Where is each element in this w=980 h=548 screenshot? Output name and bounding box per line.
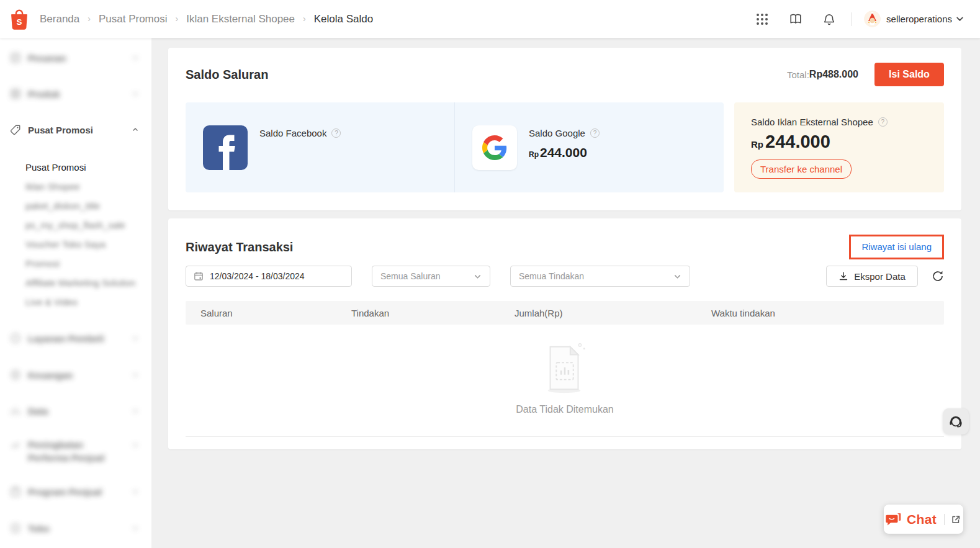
apps-grid-icon[interactable] <box>755 12 769 26</box>
refresh-icon[interactable] <box>932 270 944 282</box>
sidebar-item-layanan-pembeli[interactable]: Layanan Pembeli <box>0 330 151 346</box>
help-icon[interactable]: ? <box>331 128 341 138</box>
shopee-balance-currency: Rp <box>751 139 763 150</box>
chevron-down-icon <box>132 441 139 449</box>
seller-program-icon <box>10 486 21 497</box>
user-avatar[interactable] <box>864 11 881 27</box>
chevron-down-icon <box>132 90 139 97</box>
sidebar-item-produk[interactable]: Produk <box>0 86 151 102</box>
ekspor-data-button[interactable]: Ekspor Data <box>826 266 918 287</box>
shopee-logo-icon[interactable]: S <box>10 9 29 30</box>
help-icon[interactable]: ? <box>878 117 888 127</box>
sidebar-subitem-pusat-promosi[interactable]: Pusat Promosi <box>0 158 151 177</box>
svg-text:S: S <box>16 17 22 27</box>
saluran-filter-value: Semua Saluran <box>380 271 441 281</box>
sidebar-subitem-paket-diskon[interactable]: paket_diskon_title <box>0 196 151 215</box>
card-title-saldo-saluran: Saldo Saluran <box>186 68 268 82</box>
sidebar-item-toko[interactable]: Toko <box>0 520 151 536</box>
col-jumlah: Jumlah(Rp) <box>515 308 711 318</box>
expand-chat-icon[interactable] <box>950 514 961 525</box>
chevron-down-icon <box>673 272 681 281</box>
chevron-down-icon <box>132 407 139 415</box>
saldo-saluran-card: Saldo Saluran Total: Rp488.000 Isi Saldo… <box>168 48 961 210</box>
guide-book-icon[interactable] <box>789 12 802 26</box>
total-value: Rp488.000 <box>809 69 858 80</box>
breadcrumb: Beranda › Pusat Promosi › Iklan Eksterna… <box>40 13 373 25</box>
google-balance-amount: 244.000 <box>540 145 587 160</box>
col-waktu: Waktu tindakan <box>711 308 944 318</box>
total-label: Total: <box>787 70 809 80</box>
product-icon <box>10 88 21 99</box>
sidebar-item-program-penjual[interactable]: Program Penjual <box>0 483 151 500</box>
calendar-icon <box>194 271 204 281</box>
chevron-down-icon[interactable] <box>956 15 964 23</box>
breadcrumb-separator-icon: › <box>88 14 91 24</box>
breadcrumb-kelola-saldo: Kelola Saldo <box>314 13 373 25</box>
chat-label: Chat <box>907 512 937 527</box>
date-range-value: 12/03/2024 - 18/03/2024 <box>210 271 305 281</box>
transfer-ke-channel-button[interactable]: Transfer ke channel <box>751 159 852 179</box>
date-range-picker[interactable]: 12/03/2024 - 18/03/2024 <box>186 266 352 287</box>
breadcrumb-separator-icon: › <box>303 14 306 24</box>
header-actions: selleroperations <box>735 11 964 27</box>
help-icon[interactable]: ? <box>590 128 600 138</box>
chevron-down-icon <box>132 335 139 342</box>
headset-icon <box>948 413 964 429</box>
facebook-logo-icon <box>203 125 248 170</box>
main-content: Saldo Saluran Total: Rp488.000 Isi Saldo… <box>152 38 980 548</box>
performance-icon <box>10 439 21 451</box>
riwayat-isi-ulang-link[interactable]: Riwayat isi ulang <box>861 241 932 252</box>
annotation-highlight-box: Riwayat isi ulang <box>849 235 944 259</box>
card-title-riwayat-transaksi: Riwayat Transaksi <box>186 240 293 254</box>
tindakan-filter-value: Semua Tindakan <box>519 271 584 281</box>
col-tindakan: Tindakan <box>351 308 515 318</box>
data-icon <box>10 405 21 416</box>
sidebar-subitem-affiliate[interactable]: Affiliate Marketing Solution <box>0 273 151 292</box>
shopee-balance-label: Saldo Iklan Eksternal Shopee <box>751 117 873 127</box>
saluran-filter-select[interactable]: Semua Saluran <box>372 266 490 287</box>
sidebar-item-pesanan[interactable]: Pesanan <box>0 50 151 66</box>
sidebar-subitem-flash-sale[interactable]: ps_my_shop_flash_sale <box>0 215 151 235</box>
empty-state-text: Data Tidak Ditemukan <box>516 404 613 415</box>
sidebar-subitem-promosi[interactable]: Promosi <box>0 254 151 273</box>
filter-bar: 12/03/2024 - 18/03/2024 Semua Saluran Se… <box>186 266 944 287</box>
sidebar-nav: Pesanan Produk Pusat Promosi Pusat Promo… <box>0 38 152 548</box>
breadcrumb-pusat-promosi[interactable]: Pusat Promosi <box>99 13 168 25</box>
google-balance-currency: Rp <box>529 150 539 159</box>
channel-balances-panel: Saldo Facebook ? <box>186 102 724 192</box>
table-header: Saluran Tindakan Jumlah(Rp) Waktu tindak… <box>186 301 944 325</box>
shopee-balance-amount: 244.000 <box>765 132 830 152</box>
sidebar-subitem-live-video[interactable]: Live & Video <box>0 292 151 312</box>
notification-bell-icon[interactable] <box>822 12 836 26</box>
no-data-document-icon <box>541 342 588 397</box>
col-saluran: Saluran <box>200 308 351 318</box>
sidebar-item-pusat-promosi[interactable]: Pusat Promosi <box>0 122 151 138</box>
sidebar-subitem-voucher-toko[interactable]: Voucher Toko Saya <box>0 235 151 254</box>
sidebar-subitem-iklan-shopee[interactable]: Iklan Shopee <box>0 177 151 196</box>
breadcrumb-separator-icon: › <box>176 14 179 24</box>
riwayat-transaksi-card: Riwayat Transaksi Riwayat isi ulang 12/0… <box>168 218 961 449</box>
finance-icon <box>10 369 21 380</box>
sidebar-item-peningkatan-performa[interactable]: Peningkatan Performa Penjual <box>0 438 151 464</box>
shop-icon <box>10 523 21 534</box>
customer-service-icon <box>10 333 21 344</box>
support-headset-button[interactable] <box>943 408 969 434</box>
shopee-external-balance-panel: Saldo Iklan Eksternal Shopee ? Rp 244.00… <box>734 102 944 192</box>
isi-saldo-button[interactable]: Isi Saldo <box>874 63 944 86</box>
orders-icon <box>10 52 21 63</box>
breadcrumb-iklan-eksternal[interactable]: Iklan Eksternal Shopee <box>186 13 295 25</box>
google-balance: Saldo Google ? Rp 244.000 <box>454 102 724 192</box>
sidebar-item-keuangan[interactable]: Keuangan <box>0 367 151 383</box>
promo-tag-icon <box>10 124 21 135</box>
download-icon <box>838 271 848 281</box>
facebook-balance: Saldo Facebook ? <box>186 102 454 192</box>
chat-widget[interactable]: Chat <box>884 505 963 534</box>
chevron-down-icon <box>132 488 139 495</box>
chevron-down-icon <box>132 371 139 379</box>
sidebar-item-data[interactable]: Data <box>0 403 151 419</box>
breadcrumb-beranda[interactable]: Beranda <box>40 13 79 25</box>
username-label[interactable]: selleroperations <box>886 14 952 24</box>
top-header: S Beranda › Pusat Promosi › Iklan Ekster… <box>0 0 980 38</box>
chevron-down-icon <box>132 54 139 61</box>
tindakan-filter-select[interactable]: Semua Tindakan <box>510 266 690 287</box>
